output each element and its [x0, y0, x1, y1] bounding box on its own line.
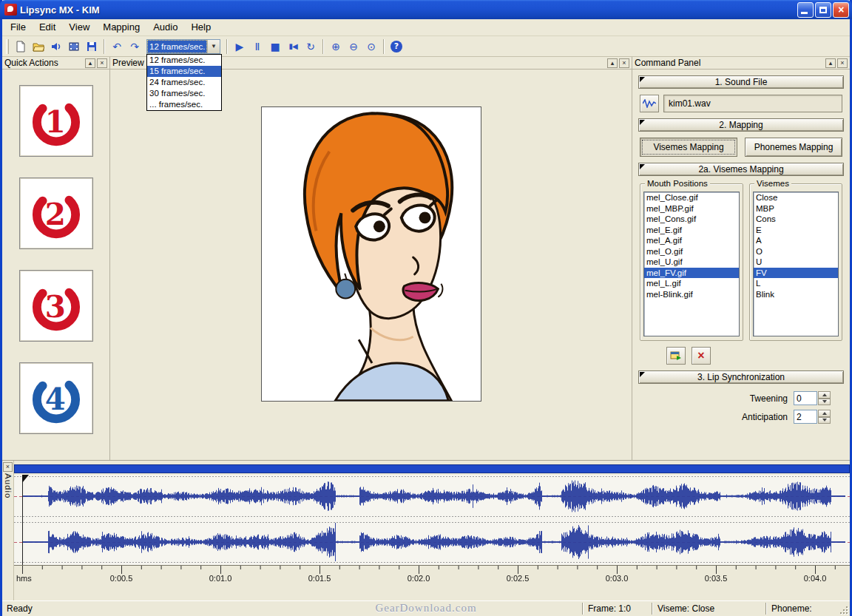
fps-selected-value[interactable]: 12 frames/sec. [147, 40, 207, 53]
list-item[interactable]: mel_Close.gif [644, 192, 739, 203]
anticipation-input[interactable] [794, 410, 817, 424]
list-item[interactable]: mel_L.gif [644, 278, 739, 289]
open-file-button[interactable] [30, 38, 47, 55]
open-folder-icon [33, 41, 44, 53]
quick-action-2-button[interactable]: 2 [19, 177, 93, 249]
loop-button[interactable]: ↻ [302, 38, 320, 55]
undo-button[interactable]: ↶ [108, 38, 126, 55]
fps-option[interactable]: 15 frames/sec. [147, 66, 221, 77]
list-item[interactable]: mel_E.gif [644, 225, 739, 236]
list-item[interactable]: U [754, 257, 838, 268]
zoom-in-button[interactable]: ⊕ [327, 38, 345, 55]
list-item[interactable]: MBP [754, 203, 838, 214]
list-item[interactable]: mel_Cons.gif [644, 214, 739, 225]
close-button[interactable]: × [833, 2, 849, 18]
menu-item-audio[interactable]: Audio [146, 19, 184, 35]
fps-option[interactable]: 24 frames/sec. [147, 77, 221, 88]
down-arrow-icon [822, 419, 827, 424]
list-item[interactable]: mel_U.gif [644, 257, 739, 268]
menu-item-file[interactable]: File [4, 19, 33, 35]
list-item[interactable]: A [754, 235, 838, 246]
play-icon: ▶ [236, 41, 244, 52]
fps-option[interactable]: ... frames/sec. [147, 99, 221, 110]
audio-panel-side: × Audio [2, 461, 14, 600]
tweening-spin-up-button[interactable] [818, 391, 831, 399]
menu-item-mapping[interactable]: Mapping [96, 19, 146, 35]
stop-button[interactable]: ■ [266, 38, 284, 55]
quick-action-4-icon: 4 [28, 370, 84, 427]
list-item[interactable]: Blink [754, 289, 838, 300]
load-sound-button[interactable] [640, 95, 659, 112]
close-panel-button[interactable]: × [97, 58, 107, 68]
maximize-button[interactable] [815, 2, 831, 18]
phonemes-mapping-tab[interactable]: Phonemes Mapping [745, 138, 842, 157]
resize-grip[interactable] [839, 605, 849, 615]
mouth-positions-list[interactable]: mel_Close.gifmel_MBP.gifmel_Cons.gifmel_… [643, 192, 740, 336]
list-item[interactable]: FV [754, 268, 838, 279]
fps-option[interactable]: 12 frames/sec. [147, 55, 221, 66]
toolbar-separator [322, 39, 324, 54]
waveform-canvas[interactable] [14, 462, 850, 586]
anticipation-spin-up-button[interactable] [818, 410, 831, 417]
close-panel-button[interactable]: × [619, 58, 629, 68]
quick-action-3-button[interactable]: 3 [19, 270, 93, 342]
list-item[interactable]: Close [754, 192, 838, 203]
tweening-input[interactable] [794, 391, 817, 405]
toolbar-grip[interactable] [6, 39, 9, 54]
quick-action-1-icon: 1 [28, 93, 84, 149]
lip-sync-section-header: 3. Lip Synchronization [638, 370, 844, 384]
save-button[interactable] [83, 38, 101, 55]
close-audio-panel-button[interactable]: × [3, 462, 13, 472]
list-item[interactable]: Cons [754, 214, 838, 225]
audio-panel: × Audio hms 0:00.50:01.00:01.50:02.00:02… [2, 460, 850, 600]
visemes-mapping-tab[interactable]: Visemes Mapping [640, 138, 737, 157]
zoom-fit-button[interactable]: ⊙ [362, 38, 380, 55]
quick-action-1-button[interactable]: 1 [19, 85, 93, 157]
redo-icon: ↷ [130, 41, 139, 52]
export-movie-button[interactable] [65, 38, 83, 55]
create-mapping-button[interactable] [666, 347, 686, 365]
delete-mapping-button[interactable]: × [692, 347, 711, 365]
quick-action-4-button[interactable]: 4 [19, 362, 93, 434]
list-item[interactable]: O [754, 246, 838, 257]
new-document-button[interactable] [12, 38, 30, 55]
fps-dropdown-button[interactable]: ▼ [207, 40, 220, 53]
up-arrow-icon [822, 410, 827, 415]
list-item[interactable]: mel_A.gif [644, 235, 739, 246]
sound-filename-field[interactable]: kim01.wav [663, 95, 842, 112]
pause-button[interactable]: Ⅱ [248, 38, 266, 55]
minimize-button[interactable] [797, 2, 814, 18]
anticipation-spin-down-button[interactable] [818, 417, 831, 424]
menu-item-edit[interactable]: Edit [33, 19, 62, 35]
list-item[interactable]: E [754, 225, 838, 236]
list-item[interactable]: mel_O.gif [644, 246, 739, 257]
close-panel-button[interactable]: × [837, 58, 848, 68]
redo-button[interactable]: ↷ [126, 38, 143, 55]
play-button[interactable]: ▶ [231, 38, 248, 55]
tweening-spinner [818, 391, 831, 405]
fps-option[interactable]: 30 frames/sec. [147, 88, 221, 99]
collapse-panel-button[interactable]: ▴ [825, 58, 836, 68]
help-button[interactable]: ? [388, 38, 405, 55]
go-to-start-button[interactable]: ▮◀ [284, 38, 302, 55]
zoom-in-icon: ⊕ [331, 41, 340, 52]
chevron-down-icon: ▼ [211, 43, 217, 50]
toolbar: ↶ ↷ 12 frames/sec. ▼ 12 frames/sec.15 fr… [2, 36, 850, 57]
menu-item-view[interactable]: View [62, 19, 96, 35]
list-item[interactable]: mel-Blink.gif [644, 289, 739, 300]
import-audio-button[interactable] [47, 38, 65, 55]
cartoon-character-illustration [262, 107, 481, 401]
tweening-spin-down-button[interactable] [818, 399, 831, 406]
visemes-list[interactable]: CloseMBPConsEAOUFVLBlink [753, 192, 839, 336]
mapping-section-header: 2. Mapping [638, 118, 844, 132]
menu-item-help[interactable]: Help [184, 19, 217, 35]
collapse-panel-button[interactable]: ▴ [85, 58, 95, 68]
list-item[interactable]: mel_MBP.gif [644, 203, 739, 214]
stop-icon: ■ [270, 41, 280, 52]
collapse-panel-button[interactable]: ▴ [607, 58, 618, 68]
quick-actions-header: Quick Actions ▴ × [2, 57, 109, 70]
zoom-out-button[interactable]: ⊖ [345, 38, 362, 55]
list-item[interactable]: L [754, 278, 838, 289]
app-icon [4, 4, 17, 16]
list-item[interactable]: mel_FV.gif [644, 268, 739, 279]
